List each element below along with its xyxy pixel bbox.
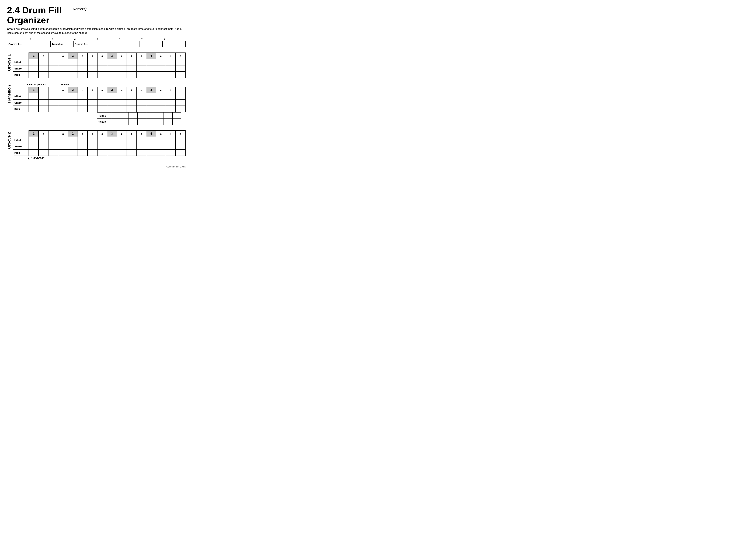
tr-t1-15[interactable] — [164, 112, 173, 119]
g1-hh-8[interactable] — [97, 59, 107, 65]
tr-sn-8[interactable] — [97, 99, 107, 106]
g2-sn-9[interactable] — [107, 143, 117, 150]
tr-hh-7[interactable] — [87, 93, 97, 99]
g1-kk-10[interactable] — [117, 72, 127, 78]
tr-t1-10[interactable] — [120, 112, 129, 119]
tr-hh-2[interactable] — [38, 93, 48, 99]
g1-sn-8[interactable] — [97, 65, 107, 72]
g1-kk-8[interactable] — [97, 72, 107, 78]
g1-sn-4[interactable] — [58, 65, 68, 72]
g2-sn-16[interactable] — [176, 143, 185, 150]
g2-sn-5[interactable] — [68, 143, 78, 150]
tr-kk-16[interactable] — [176, 106, 185, 112]
tr-kk-9[interactable] — [107, 106, 117, 112]
g2-kk-12[interactable] — [136, 150, 146, 156]
tr-t2-13[interactable] — [146, 119, 155, 125]
g1-hh-5[interactable] — [68, 59, 78, 65]
tr-hh-15[interactable] — [166, 93, 176, 99]
g1-hh-2[interactable] — [38, 59, 48, 65]
g1-sn-5[interactable] — [68, 65, 78, 72]
g2-hh-5[interactable] — [68, 137, 78, 143]
tr-sn-7[interactable] — [87, 99, 97, 106]
g1-kk-13[interactable] — [146, 72, 156, 78]
g2-kk-10[interactable] — [117, 150, 127, 156]
tr-t1-13[interactable] — [146, 112, 155, 119]
g2-kk-13[interactable] — [146, 150, 156, 156]
g1-hh-3[interactable] — [48, 59, 58, 65]
g2-kk-1[interactable] — [29, 150, 38, 156]
g2-hh-3[interactable] — [48, 137, 58, 143]
g2-sn-1[interactable] — [29, 143, 38, 150]
tr-kk-7[interactable] — [87, 106, 97, 112]
g2-hh-9[interactable] — [107, 137, 117, 143]
tr-sn-5[interactable] — [68, 99, 78, 106]
g1-sn-12[interactable] — [136, 65, 146, 72]
g1-hh-16[interactable] — [176, 59, 185, 65]
tr-t1-11[interactable] — [129, 112, 137, 119]
tr-sn-15[interactable] — [166, 99, 176, 106]
tr-sn-1[interactable] — [29, 99, 38, 106]
g1-sn-11[interactable] — [127, 65, 136, 72]
tr-t2-10[interactable] — [120, 119, 129, 125]
g1-kk-4[interactable] — [58, 72, 68, 78]
tr-hh-6[interactable] — [78, 93, 87, 99]
tr-kk-10[interactable] — [117, 106, 127, 112]
g2-kk-15[interactable] — [166, 150, 176, 156]
tr-kk-6[interactable] — [78, 106, 87, 112]
g1-kk-9[interactable] — [107, 72, 117, 78]
tr-t1-14[interactable] — [155, 112, 164, 119]
g1-kk-3[interactable] — [48, 72, 58, 78]
g1-kk-14[interactable] — [156, 72, 166, 78]
tr-sn-10[interactable] — [117, 99, 127, 106]
g2-hh-2[interactable] — [38, 137, 48, 143]
g2-hh-6[interactable] — [78, 137, 87, 143]
tr-sn-11[interactable] — [127, 99, 136, 106]
g1-hh-6[interactable] — [78, 59, 87, 65]
tr-hh-3[interactable] — [48, 93, 58, 99]
tr-sn-13[interactable] — [146, 99, 156, 106]
g1-kk-5[interactable] — [68, 72, 78, 78]
tr-hh-11[interactable] — [127, 93, 136, 99]
tr-hh-12[interactable] — [136, 93, 146, 99]
tr-kk-14[interactable] — [156, 106, 166, 112]
g2-hh-7[interactable] — [87, 137, 97, 143]
g1-sn-14[interactable] — [156, 65, 166, 72]
tr-t2-16[interactable] — [173, 119, 181, 125]
tr-kk-5[interactable] — [68, 106, 78, 112]
tr-sn-2[interactable] — [38, 99, 48, 106]
g1-hh-15[interactable] — [166, 59, 176, 65]
g1-kk-15[interactable] — [166, 72, 176, 78]
g2-kk-4[interactable] — [58, 150, 68, 156]
g1-hh-12[interactable] — [136, 59, 146, 65]
g2-sn-4[interactable] — [58, 143, 68, 150]
tr-hh-10[interactable] — [117, 93, 127, 99]
g2-hh-15[interactable] — [166, 137, 176, 143]
g2-sn-11[interactable] — [127, 143, 136, 150]
g2-sn-6[interactable] — [78, 143, 87, 150]
tr-t2-9[interactable] — [111, 119, 120, 125]
g1-sn-6[interactable] — [78, 65, 87, 72]
g1-kk-1[interactable] — [29, 72, 38, 78]
tr-t1-12[interactable] — [137, 112, 146, 119]
tr-hh-13[interactable] — [146, 93, 156, 99]
g1-sn-13[interactable] — [146, 65, 156, 72]
g2-hh-13[interactable] — [146, 137, 156, 143]
tr-sn-3[interactable] — [48, 99, 58, 106]
tr-t2-14[interactable] — [155, 119, 164, 125]
g2-kk-3[interactable] — [48, 150, 58, 156]
g2-kk-2[interactable] — [38, 150, 48, 156]
g1-kk-16[interactable] — [176, 72, 185, 78]
tr-sn-14[interactable] — [156, 99, 166, 106]
g1-hh-4[interactable] — [58, 59, 68, 65]
g1-sn-2[interactable] — [38, 65, 48, 72]
tr-hh-9[interactable] — [107, 93, 117, 99]
tr-hh-5[interactable] — [68, 93, 78, 99]
g2-hh-8[interactable] — [97, 137, 107, 143]
tr-hh-4[interactable] — [58, 93, 68, 99]
g2-hh-16[interactable] — [176, 137, 185, 143]
tr-kk-1[interactable] — [29, 106, 38, 112]
g1-kk-12[interactable] — [136, 72, 146, 78]
tr-sn-16[interactable] — [176, 99, 185, 106]
g1-sn-9[interactable] — [107, 65, 117, 72]
g2-kk-5[interactable] — [68, 150, 78, 156]
